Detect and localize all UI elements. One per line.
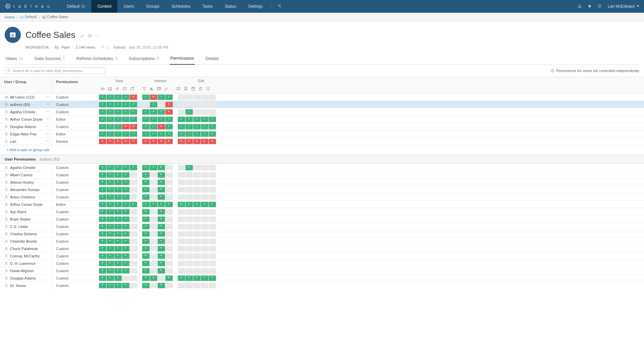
- perm-cell[interactable]: [130, 117, 137, 122]
- perm-cell[interactable]: [122, 194, 129, 200]
- rule-menu-button[interactable]: ⋯: [46, 117, 50, 121]
- perm-cell[interactable]: [122, 117, 129, 122]
- perm-cell[interactable]: [185, 261, 193, 266]
- perm-cell[interactable]: [201, 194, 208, 200]
- perm-cell[interactable]: [209, 139, 216, 144]
- tab-data-sources[interactable]: Data Sources1: [34, 56, 66, 64]
- perm-cell[interactable]: [150, 165, 157, 170]
- perm-cell[interactable]: [165, 180, 173, 185]
- rule-row[interactable]: Agatha Christie⋯Custom: [0, 108, 644, 116]
- perm-cell[interactable]: [142, 209, 150, 215]
- perm-cell[interactable]: [209, 172, 216, 178]
- perm-cell[interactable]: [107, 253, 114, 259]
- perm-cell[interactable]: [107, 239, 114, 244]
- perm-cell[interactable]: [165, 139, 173, 144]
- perm-cell[interactable]: [158, 139, 165, 144]
- perm-cell[interactable]: [201, 231, 208, 237]
- perm-cell[interactable]: [193, 224, 201, 229]
- perm-cell[interactable]: [209, 253, 216, 259]
- perm-cell[interactable]: [165, 231, 173, 237]
- perm-cell[interactable]: [178, 194, 185, 200]
- perm-cell[interactable]: [99, 239, 106, 244]
- perm-cell[interactable]: [122, 268, 129, 274]
- perm-cell[interactable]: [99, 180, 106, 185]
- perm-cell[interactable]: [158, 131, 165, 137]
- perm-cell[interactable]: [107, 165, 114, 170]
- perm-cell[interactable]: [201, 172, 208, 178]
- perm-cell[interactable]: [150, 180, 157, 185]
- perm-cell[interactable]: [165, 124, 173, 129]
- perm-cell[interactable]: [185, 224, 193, 229]
- perm-cell[interactable]: [165, 131, 173, 137]
- perm-cell[interactable]: [150, 194, 157, 200]
- perm-cell[interactable]: [193, 117, 201, 122]
- perm-cell[interactable]: [185, 276, 193, 281]
- perm-cell[interactable]: [99, 187, 106, 192]
- perm-cell[interactable]: [209, 194, 216, 200]
- rule-row[interactable]: Douglas Adams⋯Custom: [0, 123, 644, 130]
- rule-row[interactable]: Edgar Allan Poe⋯Editor: [0, 130, 644, 138]
- perm-cell[interactable]: [158, 209, 165, 215]
- perm-cell[interactable]: [178, 172, 185, 178]
- perm-cell[interactable]: [185, 180, 193, 185]
- perm-cell[interactable]: [99, 209, 106, 215]
- perm-cell[interactable]: [193, 109, 201, 115]
- perm-cell[interactable]: [178, 283, 185, 288]
- perm-cell[interactable]: [178, 131, 185, 137]
- perm-cell[interactable]: [114, 239, 122, 244]
- perm-cell[interactable]: [209, 246, 216, 251]
- perm-cell[interactable]: [178, 102, 185, 107]
- rule-row[interactable]: authors (93)⋯Custom: [0, 101, 644, 108]
- perm-cell[interactable]: [201, 165, 208, 170]
- perm-cell[interactable]: [99, 224, 106, 229]
- perm-cell[interactable]: [165, 165, 173, 170]
- perm-cell[interactable]: [99, 117, 106, 122]
- nav-status[interactable]: Status: [219, 0, 242, 13]
- perm-cell[interactable]: [209, 239, 216, 244]
- perm-cell[interactable]: [178, 231, 185, 237]
- perm-cell[interactable]: [107, 268, 114, 274]
- perm-cell[interactable]: [193, 231, 201, 237]
- perm-cell[interactable]: [122, 209, 129, 215]
- perm-cell[interactable]: [107, 261, 114, 266]
- nav-settings[interactable]: Settings: [242, 0, 269, 13]
- perm-cell[interactable]: [122, 139, 129, 144]
- favorites-button[interactable]: [588, 4, 592, 9]
- perm-cell[interactable]: [185, 217, 193, 222]
- perm-cell[interactable]: [99, 109, 106, 115]
- effective-row[interactable]: C.S. LewisCustom: [0, 223, 644, 230]
- perm-cell[interactable]: [130, 139, 137, 144]
- perm-cell[interactable]: [201, 261, 208, 266]
- perm-cell[interactable]: [209, 109, 216, 115]
- perm-cell[interactable]: [107, 180, 114, 185]
- perm-cell[interactable]: [178, 109, 185, 115]
- perm-cell[interactable]: [122, 276, 129, 281]
- perm-cell[interactable]: [150, 246, 157, 251]
- perm-cell[interactable]: [193, 268, 201, 274]
- perm-cell[interactable]: [185, 109, 193, 115]
- perm-cell[interactable]: [150, 95, 157, 100]
- perm-cell[interactable]: [130, 202, 137, 207]
- perm-cell[interactable]: [209, 187, 216, 192]
- perm-cell[interactable]: [107, 231, 114, 237]
- perm-cell[interactable]: [158, 194, 165, 200]
- perm-cell[interactable]: [185, 172, 193, 178]
- perm-cell[interactable]: [142, 102, 150, 107]
- perm-cell[interactable]: [193, 261, 201, 266]
- favorite-toggle[interactable]: 3: [101, 45, 108, 50]
- rule-menu-button[interactable]: ⋯: [46, 124, 50, 129]
- perm-cell[interactable]: [178, 246, 185, 251]
- perm-cell[interactable]: [165, 109, 173, 115]
- tab-permissions[interactable]: Permissions: [170, 56, 195, 65]
- perm-cell[interactable]: [142, 202, 150, 207]
- perm-cell[interactable]: [150, 261, 157, 266]
- perm-cell[interactable]: [209, 276, 216, 281]
- perm-cell[interactable]: [107, 172, 114, 178]
- site-picker[interactable]: Default: [61, 4, 91, 9]
- perm-cell[interactable]: [158, 117, 165, 122]
- perm-cell[interactable]: [165, 268, 173, 274]
- perm-cell[interactable]: [130, 261, 137, 266]
- perm-cell[interactable]: [158, 224, 165, 229]
- perm-cell[interactable]: [201, 202, 208, 207]
- perm-cell[interactable]: [142, 239, 150, 244]
